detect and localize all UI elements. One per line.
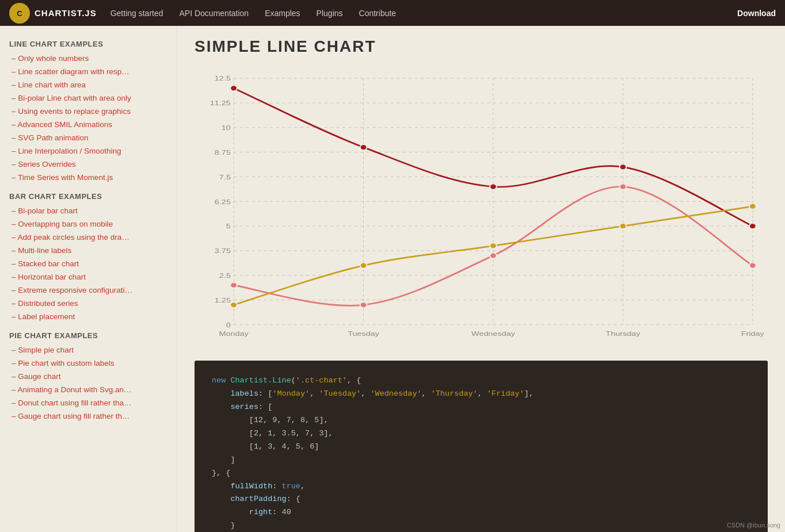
sidebar-item-simple-pie[interactable]: – Simple pie chart xyxy=(0,343,177,357)
sidebar-item-svg-path[interactable]: – SVG Path animation xyxy=(0,131,177,144)
sidebar-item-gauge-fill[interactable]: – Gauge chart using fill rather th… xyxy=(0,409,177,423)
sidebar-item-overlapping-bars[interactable]: – Overlapping bars on mobile xyxy=(0,217,177,231)
code-block: new Chartist.Line('.ct-chart', { labels:… xyxy=(195,361,768,532)
svg-point-45 xyxy=(360,263,367,269)
main-content: SIMPLE LINE CHART 01.252.53.7556.257.58.… xyxy=(177,26,785,532)
svg-point-47 xyxy=(619,223,626,229)
chart-svg: 01.252.53.7556.257.58.751011.2512.5Monda… xyxy=(195,67,768,349)
svg-text:Friday: Friday xyxy=(741,330,764,337)
chart-title: SIMPLE LINE CHART xyxy=(195,37,768,56)
sidebar-item-extreme-responsive[interactable]: – Extreme responsive configurati… xyxy=(0,284,177,297)
svg-point-37 xyxy=(619,164,626,170)
sidebar-item-bipolar-line[interactable]: – Bi-polar Line chart with area only xyxy=(0,91,177,105)
svg-text:Wednesday: Wednesday xyxy=(471,330,515,337)
svg-text:5: 5 xyxy=(226,223,231,230)
sidebar-item-peak-circles[interactable]: – Add peak circles using the dra… xyxy=(0,231,177,244)
svg-text:6.25: 6.25 xyxy=(215,198,231,205)
svg-point-41 xyxy=(490,253,497,259)
sidebar-item-donut-fill[interactable]: – Donut chart using fill rather tha… xyxy=(0,396,177,409)
svg-text:0: 0 xyxy=(226,321,231,328)
svg-text:12.5: 12.5 xyxy=(215,75,231,82)
svg-text:Monday: Monday xyxy=(219,330,249,337)
svg-point-34 xyxy=(230,86,237,91)
sidebar-item-donut-svg[interactable]: – Animating a Donut with Svg.an… xyxy=(0,383,177,396)
nav-contribute[interactable]: Contribute xyxy=(359,9,397,18)
sidebar-item-only-whole-numbers[interactable]: – Only whole numbers xyxy=(0,52,177,65)
svg-point-46 xyxy=(490,243,497,249)
svg-text:C: C xyxy=(17,9,22,18)
sidebar-item-pie-custom-labels[interactable]: – Pie chart with custom labels xyxy=(0,357,177,370)
page-layout: LINE CHART EXAMPLES – Only whole numbers… xyxy=(0,26,785,532)
svg-text:7.5: 7.5 xyxy=(219,173,231,181)
bar-chart-section-title: BAR CHART EXAMPLES xyxy=(0,184,177,204)
svg-point-44 xyxy=(230,302,237,308)
nav-logo[interactable]: C CHARTIST.JS xyxy=(9,3,97,24)
sidebar-item-multi-line-labels[interactable]: – Multi-line labels xyxy=(0,244,177,257)
sidebar-item-line-chart-area[interactable]: – Line chart with area xyxy=(0,78,177,91)
nav-examples[interactable]: Examples xyxy=(265,9,300,18)
sidebar-item-stacked-bar[interactable]: – Stacked bar chart xyxy=(0,257,177,270)
svg-text:Thursday: Thursday xyxy=(605,330,641,337)
nav-getting-started[interactable]: Getting started xyxy=(110,9,163,18)
sidebar: LINE CHART EXAMPLES – Only whole numbers… xyxy=(0,26,177,532)
svg-point-39 xyxy=(230,282,237,288)
svg-point-43 xyxy=(749,263,756,269)
sidebar-item-horizontal-bar[interactable]: – Horizontal bar chart xyxy=(0,270,177,284)
svg-text:1.25: 1.25 xyxy=(215,296,231,304)
svg-text:10: 10 xyxy=(222,124,231,131)
sidebar-item-series-overrides[interactable]: – Series Overrides xyxy=(0,158,177,171)
svg-text:8.75: 8.75 xyxy=(215,148,231,156)
sidebar-item-time-series[interactable]: – Time Series with Moment.js xyxy=(0,171,177,184)
sidebar-item-interpolation[interactable]: – Line Interpolation / Smoothing xyxy=(0,144,177,158)
svg-text:11.25: 11.25 xyxy=(210,99,231,107)
svg-text:3.75: 3.75 xyxy=(215,247,231,254)
sidebar-item-smil[interactable]: – Advanced SMIL Animations xyxy=(0,118,177,131)
sidebar-item-label-placement[interactable]: – Label placement xyxy=(0,310,177,323)
svg-point-40 xyxy=(360,302,367,308)
svg-point-48 xyxy=(749,204,756,209)
logo-icon: C xyxy=(9,3,30,24)
line-chart: 01.252.53.7556.257.58.751011.2512.5Monda… xyxy=(195,67,768,349)
nav-links: Getting started API Documentation Exampl… xyxy=(110,9,737,18)
sidebar-item-line-scatter[interactable]: – Line scatter diagram with resp… xyxy=(0,65,177,78)
nav-plugins[interactable]: Plugins xyxy=(317,9,343,18)
sidebar-item-bipolar-bar[interactable]: – Bi-polar bar chart xyxy=(0,204,177,217)
watermark: CSDN @ibun.song xyxy=(727,522,780,529)
sidebar-item-distributed-series[interactable]: – Distributed series xyxy=(0,297,177,310)
svg-point-42 xyxy=(619,184,626,190)
line-chart-section-title: LINE CHART EXAMPLES xyxy=(0,32,177,52)
svg-point-35 xyxy=(360,144,367,150)
pie-chart-section-title: PIE CHART EXAMPLES xyxy=(0,323,177,343)
nav-api-docs[interactable]: API Documentation xyxy=(180,9,249,18)
navbar: C CHARTIST.JS Getting started API Docume… xyxy=(0,0,785,26)
download-button[interactable]: Download xyxy=(737,9,776,18)
svg-point-36 xyxy=(490,184,497,190)
logo-text: CHARTIST.JS xyxy=(35,8,97,18)
sidebar-item-events-graphics[interactable]: – Using events to replace graphics xyxy=(0,105,177,118)
sidebar-item-gauge[interactable]: – Gauge chart xyxy=(0,370,177,383)
svg-text:Tuesday: Tuesday xyxy=(348,330,379,337)
svg-text:2.5: 2.5 xyxy=(219,271,231,279)
svg-point-38 xyxy=(749,223,756,229)
